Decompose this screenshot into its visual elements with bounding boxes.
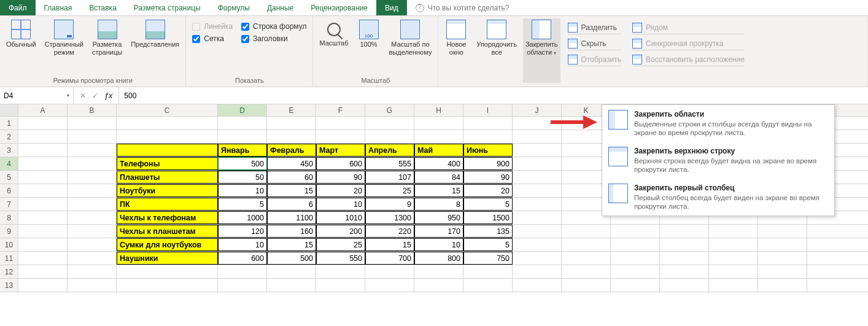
cell-A2[interactable] <box>18 130 68 143</box>
row-header-7[interactable]: 7 <box>0 198 18 211</box>
cell-H9[interactable]: 170 <box>414 225 463 238</box>
pagebreak-view-button[interactable]: Страничный режим <box>42 18 86 76</box>
cell-D7[interactable]: 5 <box>218 198 267 211</box>
row-header-8[interactable]: 8 <box>0 211 18 224</box>
formulabar-checkbox[interactable]: Строка формул <box>241 22 306 31</box>
cell-A3[interactable] <box>18 144 68 157</box>
cell-C10[interactable]: Сумки для ноутбуков <box>117 238 218 251</box>
cell-H7[interactable]: 8 <box>414 198 463 211</box>
cell-G8[interactable]: 1300 <box>365 211 414 224</box>
col-header-G[interactable]: G <box>365 104 414 116</box>
zoom-button[interactable]: Масштаб <box>317 18 351 76</box>
cell-J7[interactable] <box>513 198 562 211</box>
cell-D10[interactable]: 10 <box>218 238 267 251</box>
cell-F1[interactable] <box>316 117 365 130</box>
row-header-11[interactable]: 11 <box>0 252 18 265</box>
cell-B7[interactable] <box>68 198 117 211</box>
cell-O12[interactable] <box>758 265 807 278</box>
cell-D9[interactable]: 120 <box>218 225 267 238</box>
cell-F13[interactable] <box>316 279 365 292</box>
tab-pagelayout[interactable]: Разметка страницы <box>125 0 209 15</box>
fx-icon[interactable]: ƒx <box>104 91 112 100</box>
cell-J3[interactable] <box>513 144 562 157</box>
cell-I10[interactable]: 5 <box>463 238 513 251</box>
cell-I8[interactable]: 1500 <box>463 211 513 224</box>
cell-G9[interactable]: 220 <box>365 225 414 238</box>
cell-K12[interactable] <box>562 265 611 278</box>
cell-K9[interactable] <box>562 225 611 238</box>
cell-D13[interactable] <box>218 279 267 292</box>
sidebyside-button[interactable]: Рядом <box>632 21 745 34</box>
cell-A10[interactable] <box>18 238 68 251</box>
cell-E12[interactable] <box>267 265 316 278</box>
cell-H5[interactable]: 84 <box>414 171 463 184</box>
ruler-checkbox[interactable]: Линейка <box>192 22 233 31</box>
cell-D8[interactable]: 1000 <box>218 211 267 224</box>
row-header-5[interactable]: 5 <box>0 171 18 184</box>
cell-K11[interactable] <box>562 252 611 265</box>
cell-A1[interactable] <box>18 117 68 130</box>
gridlines-checkbox[interactable]: Сетка <box>192 34 233 43</box>
unhide-button[interactable]: Отобразить <box>568 53 621 66</box>
tab-insert[interactable]: Вставка <box>80 0 125 15</box>
cell-G2[interactable] <box>365 130 414 143</box>
cell-H6[interactable]: 15 <box>414 184 463 197</box>
cell-L9[interactable] <box>611 225 660 238</box>
cell-J2[interactable] <box>513 130 562 143</box>
tab-home[interactable]: Главная <box>36 0 81 15</box>
cell-G1[interactable] <box>365 117 414 130</box>
row-header-6[interactable]: 6 <box>0 184 18 197</box>
cell-B12[interactable] <box>68 265 117 278</box>
col-header-A[interactable]: A <box>18 104 68 116</box>
row-header-4[interactable]: 4 <box>0 157 18 170</box>
cell-B9[interactable] <box>68 225 117 238</box>
freeze-panes-button[interactable]: Закрепить области ▾ <box>523 18 560 83</box>
cell-N10[interactable] <box>709 238 758 251</box>
cell-K10[interactable] <box>562 238 611 251</box>
cell-B11[interactable] <box>68 252 117 265</box>
cell-L11[interactable] <box>611 252 660 265</box>
cell-E9[interactable]: 160 <box>267 225 316 238</box>
cell-C6[interactable]: Ноутбуки <box>117 184 218 197</box>
cell-J10[interactable] <box>513 238 562 251</box>
cell-E7[interactable]: 6 <box>267 198 316 211</box>
cell-D3[interactable]: Январь <box>218 144 267 157</box>
name-box[interactable]: ▾ <box>0 87 74 104</box>
cell-F8[interactable]: 1010 <box>316 211 365 224</box>
cell-A4[interactable] <box>18 157 68 170</box>
cell-I2[interactable] <box>463 130 513 143</box>
row-header-12[interactable]: 12 <box>0 265 18 278</box>
cell-F3[interactable]: Март <box>316 144 365 157</box>
headings-checkbox[interactable]: Заголовки <box>241 34 306 43</box>
cell-H12[interactable] <box>414 265 463 278</box>
cell-J12[interactable] <box>513 265 562 278</box>
cell-G3[interactable]: Апрель <box>365 144 414 157</box>
cell-E5[interactable]: 60 <box>267 171 316 184</box>
cell-G10[interactable]: 15 <box>365 238 414 251</box>
cell-F10[interactable]: 25 <box>316 238 365 251</box>
cell-A5[interactable] <box>18 171 68 184</box>
col-header-D[interactable]: D <box>218 104 267 116</box>
cell-I3[interactable]: Июнь <box>463 144 513 157</box>
cell-I11[interactable]: 750 <box>463 252 513 265</box>
cell-H11[interactable]: 800 <box>414 252 463 265</box>
col-header-C[interactable]: C <box>117 104 218 116</box>
cell-B8[interactable] <box>68 211 117 224</box>
cell-F4[interactable]: 600 <box>316 157 365 170</box>
cancel-icon[interactable]: ✕ <box>80 91 86 100</box>
cell-N13[interactable] <box>709 279 758 292</box>
tab-view[interactable]: Вид <box>376 0 407 15</box>
syncscroll-button[interactable]: Синхронная прокрутка <box>632 37 745 50</box>
cell-F5[interactable]: 90 <box>316 171 365 184</box>
cell-H10[interactable]: 10 <box>414 238 463 251</box>
cell-I5[interactable]: 90 <box>463 171 513 184</box>
cell-G11[interactable]: 700 <box>365 252 414 265</box>
cell-N12[interactable] <box>709 265 758 278</box>
cell-G7[interactable]: 9 <box>365 198 414 211</box>
pagelayout-view-button[interactable]: Разметка страницы <box>90 18 125 76</box>
cell-H1[interactable] <box>414 117 463 130</box>
cell-H3[interactable]: Май <box>414 144 463 157</box>
cell-E8[interactable]: 1100 <box>267 211 316 224</box>
tab-review[interactable]: Рецензирование <box>302 0 376 15</box>
cell-B10[interactable] <box>68 238 117 251</box>
